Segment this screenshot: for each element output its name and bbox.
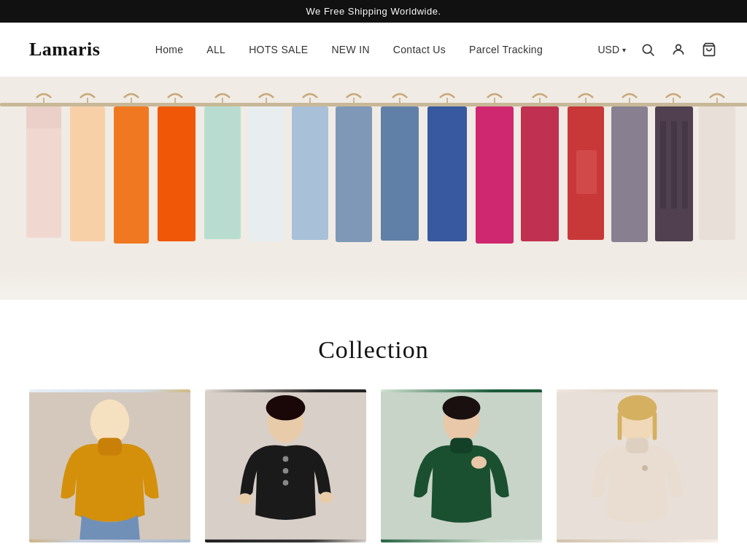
svg-rect-38 — [660, 121, 666, 209]
svg-point-66 — [642, 465, 648, 471]
svg-line-1 — [651, 52, 654, 56]
svg-point-51 — [283, 468, 289, 474]
svg-rect-30 — [521, 106, 559, 241]
svg-rect-46 — [98, 438, 122, 456]
nav-new-in[interactable]: NEW IN — [331, 44, 369, 55]
product-image-4 — [557, 389, 718, 542]
svg-rect-12 — [114, 106, 149, 244]
product-image-3 — [381, 389, 542, 542]
product-figure-3 — [381, 389, 542, 542]
svg-rect-63 — [618, 412, 622, 440]
product-card-1[interactable] — [29, 389, 190, 542]
search-button[interactable] — [639, 41, 657, 58]
currency-dropdown-icon: ▾ — [622, 46, 626, 54]
svg-point-54 — [320, 492, 333, 503]
svg-rect-26 — [427, 106, 467, 241]
svg-rect-20 — [292, 106, 328, 240]
nav-contact-us[interactable]: Contact Us — [393, 44, 446, 55]
cart-icon — [702, 42, 716, 57]
product-image-2 — [205, 389, 366, 542]
announcement-bar: We Free Shipping Worldwide. — [0, 0, 747, 23]
svg-rect-28 — [476, 106, 514, 244]
svg-point-0 — [643, 44, 651, 53]
svg-rect-8 — [26, 106, 61, 128]
svg-rect-33 — [576, 150, 597, 194]
svg-rect-43 — [0, 267, 747, 300]
nav-all[interactable]: ALL — [206, 44, 225, 55]
nav-hots-sale[interactable]: HOTS SALE — [249, 44, 308, 55]
svg-point-49 — [266, 395, 306, 421]
product-figure-1 — [29, 389, 190, 542]
logo[interactable]: Lamaris — [29, 39, 100, 61]
svg-rect-22 — [336, 106, 372, 242]
currency-label: USD — [597, 44, 619, 55]
hero-banner — [0, 77, 747, 300]
announcement-text: We Free Shipping Worldwide. — [306, 6, 441, 17]
svg-point-53 — [238, 493, 252, 504]
svg-rect-58 — [450, 438, 473, 454]
svg-rect-24 — [381, 106, 419, 241]
account-button[interactable] — [670, 41, 687, 58]
hero-image — [0, 77, 747, 300]
header: Lamaris Home ALL HOTS SALE NEW IN Contac… — [0, 23, 747, 77]
svg-point-45 — [90, 400, 130, 444]
svg-point-62 — [618, 395, 657, 421]
svg-rect-42 — [699, 106, 735, 240]
svg-point-50 — [283, 456, 289, 462]
search-icon — [640, 42, 655, 57]
collection-title: Collection — [29, 336, 718, 364]
cart-button[interactable] — [700, 41, 718, 58]
product-grid — [29, 389, 718, 542]
header-actions: USD ▾ — [597, 41, 718, 58]
svg-rect-16 — [204, 106, 241, 239]
product-image-1 — [29, 389, 190, 542]
svg-rect-18 — [248, 106, 285, 241]
svg-rect-5 — [0, 103, 747, 106]
account-icon — [671, 42, 686, 57]
nav-parcel-tracking[interactable]: Parcel Tracking — [469, 44, 543, 55]
svg-point-2 — [676, 44, 681, 50]
svg-rect-64 — [653, 412, 657, 440]
product-figure-4 — [557, 389, 718, 542]
svg-rect-40 — [682, 121, 688, 209]
svg-rect-14 — [158, 106, 196, 241]
svg-rect-10 — [70, 106, 105, 241]
svg-rect-35 — [611, 106, 648, 242]
svg-point-52 — [283, 480, 289, 486]
product-card-2[interactable] — [205, 389, 366, 542]
product-card-4[interactable] — [557, 389, 718, 542]
product-figure-2 — [205, 389, 366, 542]
svg-point-57 — [443, 396, 481, 420]
product-card-3[interactable] — [381, 389, 542, 542]
main-nav: Home ALL HOTS SALE NEW IN Contact Us Par… — [155, 44, 543, 55]
nav-home[interactable]: Home — [155, 44, 184, 55]
collection-section: Collection — [0, 300, 747, 560]
svg-point-59 — [471, 456, 487, 469]
svg-rect-39 — [671, 121, 677, 209]
currency-selector[interactable]: USD ▾ — [597, 44, 626, 55]
svg-rect-65 — [626, 438, 649, 454]
